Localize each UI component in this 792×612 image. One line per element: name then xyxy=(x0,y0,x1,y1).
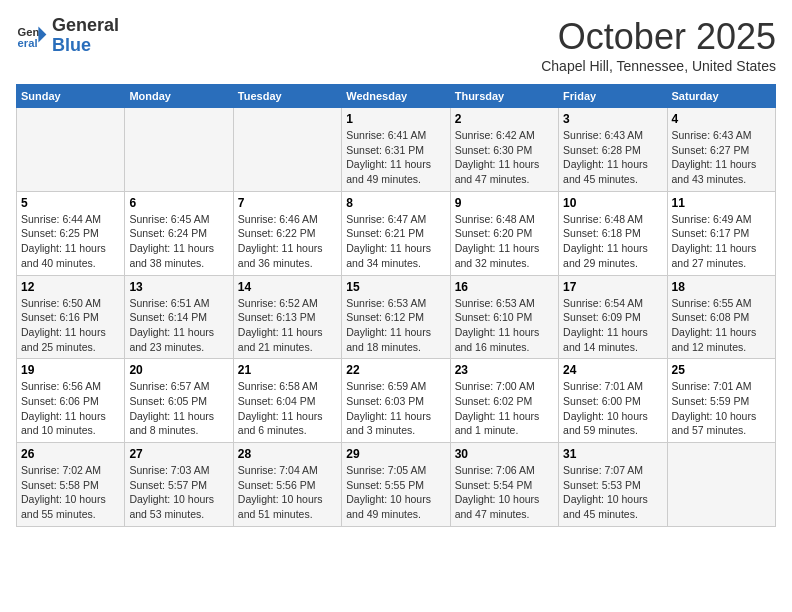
calendar-cell: 5Sunrise: 6:44 AM Sunset: 6:25 PM Daylig… xyxy=(17,191,125,275)
calendar-cell: 30Sunrise: 7:06 AM Sunset: 5:54 PM Dayli… xyxy=(450,443,558,527)
day-info: Sunrise: 6:42 AM Sunset: 6:30 PM Dayligh… xyxy=(455,128,554,187)
day-number: 28 xyxy=(238,447,337,461)
day-number: 13 xyxy=(129,280,228,294)
calendar-cell: 8Sunrise: 6:47 AM Sunset: 6:21 PM Daylig… xyxy=(342,191,450,275)
day-info: Sunrise: 6:49 AM Sunset: 6:17 PM Dayligh… xyxy=(672,212,771,271)
title-area: October 2025 Chapel Hill, Tennessee, Uni… xyxy=(541,16,776,74)
day-number: 9 xyxy=(455,196,554,210)
day-number: 11 xyxy=(672,196,771,210)
day-info: Sunrise: 7:04 AM Sunset: 5:56 PM Dayligh… xyxy=(238,463,337,522)
day-number: 30 xyxy=(455,447,554,461)
svg-text:eral: eral xyxy=(18,37,38,49)
day-info: Sunrise: 7:01 AM Sunset: 6:00 PM Dayligh… xyxy=(563,379,662,438)
calendar-cell: 22Sunrise: 6:59 AM Sunset: 6:03 PM Dayli… xyxy=(342,359,450,443)
calendar-cell: 1Sunrise: 6:41 AM Sunset: 6:31 PM Daylig… xyxy=(342,108,450,192)
day-number: 22 xyxy=(346,363,445,377)
weekday-header-sunday: Sunday xyxy=(17,85,125,108)
calendar-cell: 6Sunrise: 6:45 AM Sunset: 6:24 PM Daylig… xyxy=(125,191,233,275)
day-info: Sunrise: 6:59 AM Sunset: 6:03 PM Dayligh… xyxy=(346,379,445,438)
calendar-cell: 4Sunrise: 6:43 AM Sunset: 6:27 PM Daylig… xyxy=(667,108,775,192)
day-info: Sunrise: 6:45 AM Sunset: 6:24 PM Dayligh… xyxy=(129,212,228,271)
logo-blue-text: Blue xyxy=(52,36,119,56)
calendar-cell: 11Sunrise: 6:49 AM Sunset: 6:17 PM Dayli… xyxy=(667,191,775,275)
day-number: 17 xyxy=(563,280,662,294)
calendar-cell: 2Sunrise: 6:42 AM Sunset: 6:30 PM Daylig… xyxy=(450,108,558,192)
calendar-cell: 23Sunrise: 7:00 AM Sunset: 6:02 PM Dayli… xyxy=(450,359,558,443)
calendar-week-4: 19Sunrise: 6:56 AM Sunset: 6:06 PM Dayli… xyxy=(17,359,776,443)
calendar-cell: 20Sunrise: 6:57 AM Sunset: 6:05 PM Dayli… xyxy=(125,359,233,443)
calendar-cell xyxy=(125,108,233,192)
day-info: Sunrise: 6:44 AM Sunset: 6:25 PM Dayligh… xyxy=(21,212,120,271)
calendar-cell: 18Sunrise: 6:55 AM Sunset: 6:08 PM Dayli… xyxy=(667,275,775,359)
day-info: Sunrise: 6:43 AM Sunset: 6:28 PM Dayligh… xyxy=(563,128,662,187)
calendar-cell: 15Sunrise: 6:53 AM Sunset: 6:12 PM Dayli… xyxy=(342,275,450,359)
day-number: 24 xyxy=(563,363,662,377)
day-info: Sunrise: 6:55 AM Sunset: 6:08 PM Dayligh… xyxy=(672,296,771,355)
day-number: 12 xyxy=(21,280,120,294)
calendar-cell xyxy=(233,108,341,192)
day-info: Sunrise: 6:53 AM Sunset: 6:10 PM Dayligh… xyxy=(455,296,554,355)
calendar-week-5: 26Sunrise: 7:02 AM Sunset: 5:58 PM Dayli… xyxy=(17,443,776,527)
day-info: Sunrise: 6:48 AM Sunset: 6:18 PM Dayligh… xyxy=(563,212,662,271)
day-number: 4 xyxy=(672,112,771,126)
calendar-cell: 28Sunrise: 7:04 AM Sunset: 5:56 PM Dayli… xyxy=(233,443,341,527)
logo: Gen eral General Blue xyxy=(16,16,119,56)
logo-icon: Gen eral xyxy=(16,20,48,52)
day-info: Sunrise: 6:43 AM Sunset: 6:27 PM Dayligh… xyxy=(672,128,771,187)
calendar-cell: 27Sunrise: 7:03 AM Sunset: 5:57 PM Dayli… xyxy=(125,443,233,527)
weekday-header-saturday: Saturday xyxy=(667,85,775,108)
svg-marker-2 xyxy=(38,26,46,42)
calendar-cell: 19Sunrise: 6:56 AM Sunset: 6:06 PM Dayli… xyxy=(17,359,125,443)
calendar-cell: 16Sunrise: 6:53 AM Sunset: 6:10 PM Dayli… xyxy=(450,275,558,359)
day-info: Sunrise: 6:46 AM Sunset: 6:22 PM Dayligh… xyxy=(238,212,337,271)
day-info: Sunrise: 7:07 AM Sunset: 5:53 PM Dayligh… xyxy=(563,463,662,522)
day-info: Sunrise: 6:48 AM Sunset: 6:20 PM Dayligh… xyxy=(455,212,554,271)
calendar-week-1: 1Sunrise: 6:41 AM Sunset: 6:31 PM Daylig… xyxy=(17,108,776,192)
calendar-cell: 9Sunrise: 6:48 AM Sunset: 6:20 PM Daylig… xyxy=(450,191,558,275)
calendar-cell xyxy=(667,443,775,527)
day-number: 15 xyxy=(346,280,445,294)
day-info: Sunrise: 6:58 AM Sunset: 6:04 PM Dayligh… xyxy=(238,379,337,438)
weekday-header-monday: Monday xyxy=(125,85,233,108)
day-number: 29 xyxy=(346,447,445,461)
day-info: Sunrise: 6:50 AM Sunset: 6:16 PM Dayligh… xyxy=(21,296,120,355)
calendar-week-2: 5Sunrise: 6:44 AM Sunset: 6:25 PM Daylig… xyxy=(17,191,776,275)
calendar-cell: 31Sunrise: 7:07 AM Sunset: 5:53 PM Dayli… xyxy=(559,443,667,527)
day-number: 10 xyxy=(563,196,662,210)
day-number: 7 xyxy=(238,196,337,210)
logo-general-text: General xyxy=(52,16,119,36)
page-header: Gen eral General Blue October 2025 Chape… xyxy=(16,16,776,74)
calendar-cell: 14Sunrise: 6:52 AM Sunset: 6:13 PM Dayli… xyxy=(233,275,341,359)
day-number: 6 xyxy=(129,196,228,210)
day-number: 19 xyxy=(21,363,120,377)
calendar-cell: 21Sunrise: 6:58 AM Sunset: 6:04 PM Dayli… xyxy=(233,359,341,443)
svg-text:Gen: Gen xyxy=(18,26,40,38)
day-number: 8 xyxy=(346,196,445,210)
day-info: Sunrise: 7:05 AM Sunset: 5:55 PM Dayligh… xyxy=(346,463,445,522)
day-info: Sunrise: 6:41 AM Sunset: 6:31 PM Dayligh… xyxy=(346,128,445,187)
weekday-header-tuesday: Tuesday xyxy=(233,85,341,108)
day-info: Sunrise: 6:52 AM Sunset: 6:13 PM Dayligh… xyxy=(238,296,337,355)
calendar-cell: 17Sunrise: 6:54 AM Sunset: 6:09 PM Dayli… xyxy=(559,275,667,359)
weekday-header-friday: Friday xyxy=(559,85,667,108)
day-number: 18 xyxy=(672,280,771,294)
day-info: Sunrise: 7:00 AM Sunset: 6:02 PM Dayligh… xyxy=(455,379,554,438)
weekday-header-row: SundayMondayTuesdayWednesdayThursdayFrid… xyxy=(17,85,776,108)
day-number: 5 xyxy=(21,196,120,210)
day-info: Sunrise: 6:57 AM Sunset: 6:05 PM Dayligh… xyxy=(129,379,228,438)
day-info: Sunrise: 6:47 AM Sunset: 6:21 PM Dayligh… xyxy=(346,212,445,271)
weekday-header-wednesday: Wednesday xyxy=(342,85,450,108)
day-info: Sunrise: 7:02 AM Sunset: 5:58 PM Dayligh… xyxy=(21,463,120,522)
calendar-cell: 29Sunrise: 7:05 AM Sunset: 5:55 PM Dayli… xyxy=(342,443,450,527)
day-number: 23 xyxy=(455,363,554,377)
calendar-table: SundayMondayTuesdayWednesdayThursdayFrid… xyxy=(16,84,776,527)
calendar-week-3: 12Sunrise: 6:50 AM Sunset: 6:16 PM Dayli… xyxy=(17,275,776,359)
calendar-cell: 12Sunrise: 6:50 AM Sunset: 6:16 PM Dayli… xyxy=(17,275,125,359)
day-number: 14 xyxy=(238,280,337,294)
calendar-cell: 7Sunrise: 6:46 AM Sunset: 6:22 PM Daylig… xyxy=(233,191,341,275)
day-number: 21 xyxy=(238,363,337,377)
day-number: 26 xyxy=(21,447,120,461)
day-info: Sunrise: 7:01 AM Sunset: 5:59 PM Dayligh… xyxy=(672,379,771,438)
day-info: Sunrise: 7:03 AM Sunset: 5:57 PM Dayligh… xyxy=(129,463,228,522)
calendar-cell: 26Sunrise: 7:02 AM Sunset: 5:58 PM Dayli… xyxy=(17,443,125,527)
